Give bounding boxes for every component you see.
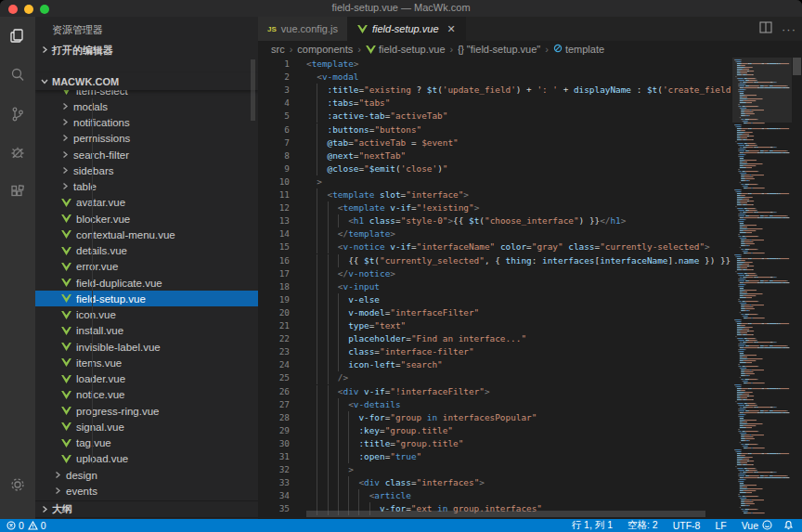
code-line-10[interactable]: 10 >: [258, 175, 733, 188]
tree-folder-modals[interactable]: modals: [35, 98, 258, 114]
line-number[interactable]: 23: [258, 345, 290, 358]
code-line-7[interactable]: 7 @tab="activeTab = $event": [258, 136, 733, 149]
tree-folder-design[interactable]: design: [35, 467, 258, 483]
line-number[interactable]: 25: [258, 371, 290, 384]
code-line-25[interactable]: 25 />: [258, 371, 733, 384]
breadcrumb-item-field-setup.vue[interactable]: {}"field-setup.vue": [458, 44, 540, 55]
line-number[interactable]: 34: [258, 489, 290, 502]
npm-scripts-section[interactable]: NPM 脚本: [35, 517, 258, 519]
line-number[interactable]: 24: [258, 358, 290, 371]
settings-gear-icon[interactable]: [0, 465, 35, 504]
line-number[interactable]: 12: [258, 201, 290, 214]
sidebar-scrollbar[interactable]: [251, 59, 255, 121]
code-line-34[interactable]: 34 <article: [258, 489, 733, 502]
tree-folder-permissions[interactable]: permissions: [35, 131, 258, 147]
code-line-11[interactable]: 11 <template slot="interface">: [258, 188, 733, 201]
code-line-29[interactable]: 29 :key="group.title": [258, 424, 733, 437]
workspace-root-section[interactable]: MACWK.COM: [35, 73, 258, 90]
outline-section[interactable]: 大纲: [35, 500, 258, 517]
breadcrumb-item-template[interactable]: template: [553, 44, 604, 55]
code-line-12[interactable]: 12 <template v-if="!existing">: [258, 201, 733, 214]
tree-file-blocker.vue[interactable]: blocker.vue: [35, 211, 258, 227]
search-icon[interactable]: [0, 56, 35, 95]
line-number[interactable]: 1: [258, 58, 290, 71]
tree-folder-events[interactable]: events: [35, 483, 258, 499]
minimap-slider[interactable]: [732, 58, 792, 123]
code-line-13[interactable]: 13 <h1 class="style-0">{{ $t("choose_int…: [258, 214, 733, 227]
code-line-16[interactable]: 16 {{ $t("currently_selected", { thing: …: [258, 254, 733, 267]
status-eol[interactable]: LF: [715, 520, 726, 531]
code-line-8[interactable]: 8 @next="nextTab": [258, 149, 733, 162]
line-number[interactable]: 22: [258, 332, 290, 345]
line-number[interactable]: 4: [258, 97, 290, 110]
code-editor[interactable]: 1<template>2 <v-modal3 :title="existing …: [258, 58, 733, 519]
line-number[interactable]: 33: [258, 476, 290, 489]
tree-file-contextual-menu.vue[interactable]: contextual-menu.vue: [35, 227, 258, 242]
line-number[interactable]: 28: [258, 411, 290, 424]
tree-file-progress-ring.vue[interactable]: progress-ring.vue: [35, 403, 258, 419]
horizontal-scrollbar[interactable]: [306, 511, 705, 517]
tree-file-avatar.vue[interactable]: avatar.vue: [35, 195, 258, 211]
code-line-6[interactable]: 6 :buttons="buttons": [258, 123, 733, 136]
line-number[interactable]: 11: [258, 188, 290, 201]
tree-file-invisible-label.vue[interactable]: invisible-label.vue: [35, 339, 258, 355]
split-editor-icon[interactable]: [759, 20, 772, 37]
minimap[interactable]: [732, 58, 792, 519]
code-line-22[interactable]: 22 placeholder="Find an interface...": [258, 332, 733, 345]
code-line-31[interactable]: 31 :open="true": [258, 450, 733, 463]
line-number[interactable]: 10: [258, 175, 290, 188]
line-number[interactable]: 29: [258, 424, 290, 437]
tree-file-items.vue[interactable]: items.vue: [35, 355, 258, 370]
code-line-18[interactable]: 18 <v-input: [258, 280, 733, 293]
status-indentation[interactable]: 空格: 2: [627, 519, 658, 532]
code-line-2[interactable]: 2 <v-modal: [258, 71, 733, 84]
code-line-20[interactable]: 20 v-model="interfaceFilter": [258, 306, 733, 319]
problems-warnings[interactable]: 0: [28, 520, 46, 531]
tree-folder-notifications[interactable]: notifications: [35, 115, 258, 131]
tree-file-upload.vue[interactable]: upload.vue: [35, 451, 258, 467]
tree-folder-table[interactable]: table: [35, 179, 258, 195]
line-number[interactable]: 21: [258, 319, 290, 332]
tree-file-notice.vue[interactable]: notice.vue: [35, 387, 258, 403]
line-number[interactable]: 13: [258, 214, 290, 227]
line-number[interactable]: 31: [258, 450, 290, 463]
notifications-bell-icon[interactable]: [783, 520, 794, 532]
tree-file-install.vue[interactable]: install.vue: [35, 323, 258, 339]
code-line-21[interactable]: 21 type="text": [258, 319, 733, 332]
tree-file-error.vue[interactable]: error.vue: [35, 259, 258, 275]
feedback-smiley-icon[interactable]: [762, 520, 772, 532]
line-number[interactable]: 6: [258, 123, 290, 136]
line-number[interactable]: 8: [258, 149, 290, 162]
code-line-5[interactable]: 5 :active-tab="activeTab": [258, 110, 733, 123]
status-encoding[interactable]: UTF-8: [673, 520, 701, 531]
line-number[interactable]: 14: [258, 227, 290, 240]
line-number[interactable]: 9: [258, 162, 290, 175]
breadcrumb-item-field-setup.vue[interactable]: field-setup.vue: [366, 44, 446, 55]
line-number[interactable]: 18: [258, 280, 290, 293]
tree-file-icon.vue[interactable]: icon.vue: [35, 307, 258, 323]
code-line-1[interactable]: 1<template>: [258, 58, 733, 71]
breadcrumb-item-components[interactable]: components: [297, 44, 353, 55]
extensions-icon[interactable]: [0, 173, 35, 212]
code-line-4[interactable]: 4 :tabs="tabs": [258, 97, 733, 110]
vertical-scrollbar-thumb[interactable]: [793, 58, 801, 75]
tab-field-setup.vue[interactable]: field-setup.vue✕: [348, 17, 466, 41]
tree-file-tag.vue[interactable]: tag.vue: [35, 435, 258, 451]
line-number[interactable]: 17: [258, 267, 290, 280]
line-number[interactable]: 20: [258, 306, 290, 319]
code-line-24[interactable]: 24 icon-left="search": [258, 358, 733, 371]
code-line-30[interactable]: 30 :title="group.title": [258, 437, 733, 450]
code-line-27[interactable]: 27 <v-details: [258, 398, 733, 411]
code-line-9[interactable]: 9 @close="$emit('close')": [258, 162, 733, 175]
line-number[interactable]: 19: [258, 293, 290, 306]
tree-file-details.vue[interactable]: details.vue: [35, 243, 258, 259]
code-line-28[interactable]: 28 v-for="group in interfacesPopular": [258, 411, 733, 424]
code-line-23[interactable]: 23 class="interface-filter": [258, 345, 733, 358]
line-number[interactable]: 3: [258, 84, 290, 97]
line-number[interactable]: 15: [258, 240, 290, 253]
tree-file-field-setup.vue[interactable]: field-setup.vue: [35, 291, 258, 306]
code-line-26[interactable]: 26 <div v-if="!interfaceFilter">: [258, 385, 733, 398]
line-number[interactable]: 27: [258, 398, 290, 411]
problems-errors[interactable]: 0: [6, 520, 24, 531]
status-cursor-position[interactable]: 行 1, 列 1: [572, 519, 613, 532]
